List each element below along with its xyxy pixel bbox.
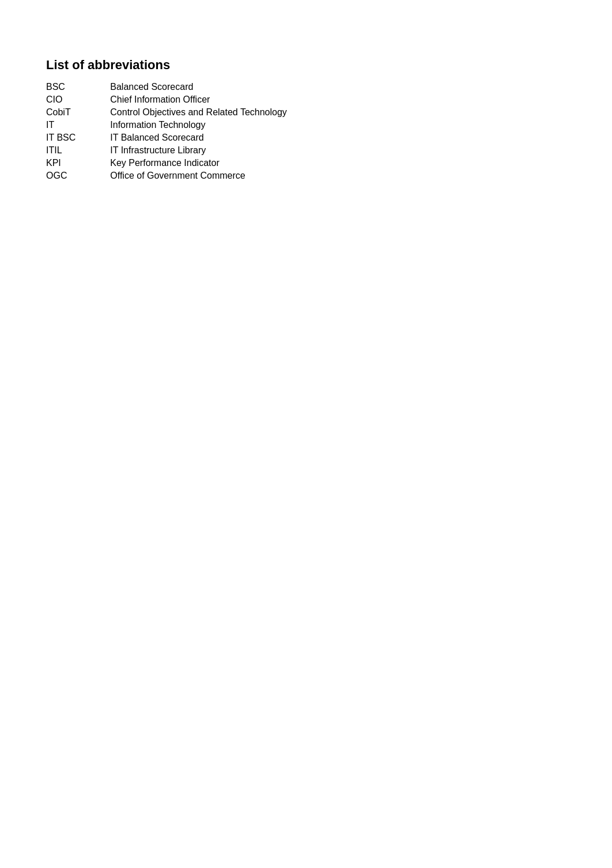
- abbr-definition: Office of Government Commerce: [110, 171, 287, 183]
- abbr-code: KPI: [46, 158, 110, 171]
- table-row: ITInformation Technology: [46, 120, 287, 133]
- abbr-definition: Balanced Scorecard: [110, 82, 287, 95]
- table-row: OGCOffice of Government Commerce: [46, 171, 287, 183]
- abbr-definition: Control Objectives and Related Technolog…: [110, 107, 287, 120]
- table-row: BSCBalanced Scorecard: [46, 82, 287, 95]
- abbr-code: CIO: [46, 95, 110, 107]
- section-title: List of abbreviations: [46, 58, 566, 73]
- abbr-definition: Information Technology: [110, 120, 287, 133]
- abbr-definition: IT Balanced Scorecard: [110, 133, 287, 145]
- abbr-definition: IT Infrastructure Library: [110, 145, 287, 158]
- abbr-definition: Chief Information Officer: [110, 95, 287, 107]
- table-row: CIOChief Information Officer: [46, 95, 287, 107]
- table-row: KPIKey Performance Indicator: [46, 158, 287, 171]
- page: List of abbreviations BSCBalanced Scorec…: [0, 0, 612, 868]
- abbreviations-table: BSCBalanced ScorecardCIOChief Informatio…: [46, 82, 287, 183]
- abbr-code: CobiT: [46, 107, 110, 120]
- table-row: ITILIT Infrastructure Library: [46, 145, 287, 158]
- abbr-code: OGC: [46, 171, 110, 183]
- abbr-code: IT BSC: [46, 133, 110, 145]
- abbr-code: IT: [46, 120, 110, 133]
- table-row: IT BSCIT Balanced Scorecard: [46, 133, 287, 145]
- abbr-code: BSC: [46, 82, 110, 95]
- abbr-code: ITIL: [46, 145, 110, 158]
- table-row: CobiTControl Objectives and Related Tech…: [46, 107, 287, 120]
- abbr-definition: Key Performance Indicator: [110, 158, 287, 171]
